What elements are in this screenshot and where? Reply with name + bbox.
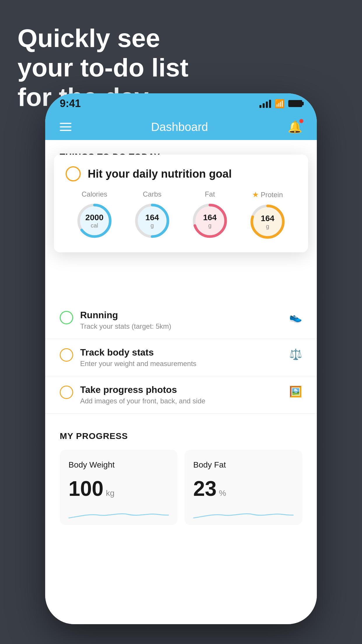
donut-unit: g [261,223,275,229]
todo-circle [60,311,73,324]
donut-chart-calories: 2000 cal [75,202,113,240]
nutrition-item-fat: Fat 164 g [191,190,229,240]
progress-unit: kg [106,489,115,498]
donut-chart-carbs: 164 g [133,202,171,240]
todo-list: RunningTrack your stats (target: 5km)👟Tr… [45,302,317,414]
progress-card[interactable]: Body Fat23% [184,450,302,525]
notification-dot [299,119,303,123]
nutrition-item-carbs: Carbs 164 g [133,190,171,240]
nutrition-item-protein: ★Protein 164 g [249,190,287,241]
menu-button[interactable] [60,123,71,131]
star-icon: ★ [252,190,259,199]
progress-value-row: 23% [193,477,294,501]
todo-item[interactable]: RunningTrack your stats (target: 5km)👟 [45,302,317,339]
battery-icon [288,100,302,107]
status-time: 9:41 [60,97,81,110]
progress-card-title: Body Fat [193,460,294,470]
donut-value: 164 [145,213,159,222]
wave-chart [68,506,169,524]
todo-title: Take progress photos [80,384,282,395]
card-circle-icon [66,166,81,181]
todo-text: Track body statsEnter your weight and me… [80,347,282,368]
todo-action-icon: 👟 [289,311,302,323]
donut-chart-fat: 164 g [191,202,229,240]
wave-chart [193,506,294,524]
progress-card-title: Body Weight [68,460,169,470]
progress-title: MY PROGRESS [60,431,302,441]
donut-value: 164 [261,214,275,223]
todo-text: RunningTrack your stats (target: 5km) [80,310,282,330]
nav-title: Dashboard [151,120,208,134]
todo-subtitle: Add images of your front, back, and side [80,397,282,405]
todo-action-icon: ⚖️ [289,348,302,360]
todo-title: Running [80,310,282,321]
todo-item[interactable]: Take progress photosAdd images of your f… [45,376,317,414]
progress-value: 100 [68,477,103,501]
progress-value: 23 [193,477,217,501]
nav-bar: Dashboard 🔔 [45,114,317,140]
progress-unit: % [219,489,226,498]
donut-unit: cal [85,222,103,228]
donut-value: 164 [203,213,217,222]
todo-circle [60,348,73,362]
donut-value: 2000 [85,213,103,222]
nutrition-label-text: Carbs [143,190,161,198]
todo-text: Take progress photosAdd images of your f… [80,384,282,405]
phone-frame: 9:41 📶 Dashboard 🔔 THINGS TO DO TODAY [45,93,317,624]
progress-value-row: 100kg [68,477,169,501]
todo-action-icon: 🖼️ [289,386,302,398]
progress-card[interactable]: Body Weight100kg [60,450,178,525]
nutrition-row: Calories 2000 cal Carbs 164 g Fat 164 g [66,190,296,241]
donut-unit: g [203,222,217,228]
donut-chart-protein: 164 g [249,203,287,241]
card-title-row: Hit your daily nutrition goal [66,166,296,181]
todo-item[interactable]: Track body statsEnter your weight and me… [45,339,317,376]
status-icons: 📶 [259,99,302,108]
notification-button[interactable]: 🔔 [288,120,302,134]
todo-subtitle: Track your stats (target: 5km) [80,322,282,330]
headline-line2: your to-do list [17,53,189,82]
nutrition-item-calories: Calories 2000 cal [75,190,113,240]
donut-unit: g [145,222,159,228]
card-title: Hit your daily nutrition goal [88,168,232,180]
content-area: THINGS TO DO TODAY Hit your daily nutrit… [45,140,317,624]
nutrition-card: Hit your daily nutrition goal Calories 2… [54,155,308,252]
headline-line1: Quickly see [17,23,189,53]
progress-cards: Body Weight100kgBody Fat23% [60,450,302,525]
signal-icon [259,99,271,108]
progress-section: MY PROGRESS Body Weight100kgBody Fat23% [45,431,317,525]
todo-title: Track body stats [80,347,282,358]
todo-subtitle: Enter your weight and measurements [80,360,282,368]
nutrition-label-text: Protein [261,191,283,199]
status-bar: 9:41 📶 [45,93,317,114]
wifi-icon: 📶 [275,99,285,108]
nutrition-label-text: Fat [205,190,215,198]
todo-circle [60,386,73,399]
nutrition-label-text: Calories [82,190,107,198]
